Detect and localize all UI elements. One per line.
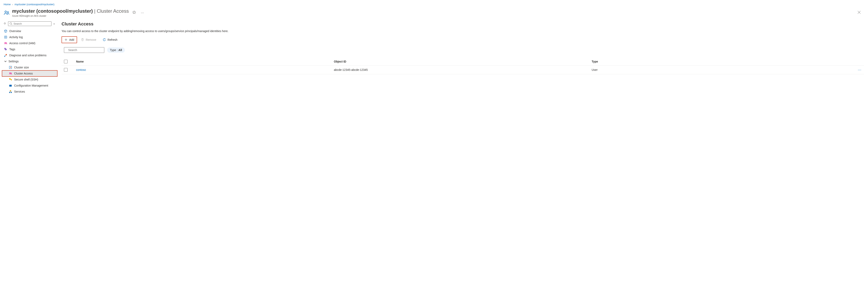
main-description: You can control access to the cluster en… <box>62 29 864 33</box>
chevron-down-icon <box>4 60 7 63</box>
sidebar-item-cluster-size[interactable]: Cluster size <box>2 64 57 70</box>
people-icon <box>9 72 12 75</box>
sidebar-item-diagnose[interactable]: Diagnose and solve problems <box>2 52 57 58</box>
breadcrumb-home[interactable]: Home <box>4 3 11 6</box>
row-actions-button[interactable]: ⋯ <box>849 67 862 72</box>
people-icon <box>4 41 7 45</box>
row-type: User <box>592 68 849 71</box>
svg-point-18 <box>9 72 10 73</box>
sidebar-item-label: Cluster Access <box>14 72 33 75</box>
svg-point-12 <box>5 42 5 43</box>
chevron-right-icon: › <box>12 3 13 6</box>
close-icon <box>858 11 861 14</box>
svg-rect-23 <box>9 92 10 93</box>
row-name-link[interactable]: contoso <box>76 68 334 71</box>
filter-type-label: Type : <box>110 49 118 52</box>
trash-icon <box>81 38 84 41</box>
more-button[interactable]: ⋯ <box>140 10 145 16</box>
sidebar-search-input[interactable] <box>13 22 50 25</box>
ellipsis-icon: ⋯ <box>858 68 862 72</box>
row-object-id: abcde-12345-abcde-12345 <box>334 68 592 71</box>
main-heading: Cluster Access <box>62 21 864 27</box>
refresh-button[interactable]: Refresh <box>100 36 120 43</box>
tag-icon <box>4 48 7 51</box>
main-content: Cluster Access You can control access to… <box>57 21 868 95</box>
collapse-sidebar-button[interactable]: « <box>53 21 56 26</box>
key-icon <box>9 78 12 81</box>
sidebar-item-config-mgmt[interactable]: Configuration Management <box>2 83 57 89</box>
svg-point-13 <box>6 42 7 43</box>
svg-marker-2 <box>133 11 136 14</box>
row-checkbox[interactable] <box>64 68 68 71</box>
sidebar-item-label: Configuration Management <box>14 84 48 87</box>
column-header-type[interactable]: Type <box>592 60 849 63</box>
add-button[interactable]: Add <box>62 36 77 43</box>
table-row: contoso abcde-12345-abcde-12345 User ⋯ <box>62 66 864 74</box>
select-all-checkbox[interactable] <box>64 60 68 63</box>
page-subtitle: Azure HDInsight on AKS cluster <box>12 14 129 17</box>
cube-icon <box>4 29 7 33</box>
sidebar-item-label: Activity log <box>9 35 23 39</box>
svg-rect-8 <box>4 36 7 38</box>
people-icon <box>4 10 10 16</box>
pin-button[interactable] <box>3 21 7 26</box>
column-header-object-id[interactable]: Object ID <box>334 60 592 63</box>
column-header-name[interactable]: Name <box>76 60 334 63</box>
breadcrumb: Home › mycluster (contosopool/mycluster) <box>0 0 868 7</box>
sidebar-item-label: Services <box>14 90 25 93</box>
resize-icon <box>9 66 12 69</box>
sidebar-section-settings[interactable]: Settings <box>2 58 57 64</box>
sidebar-item-label: Access control (IAM) <box>9 41 35 45</box>
add-button-label: Add <box>69 38 74 41</box>
sidebar-item-access-control[interactable]: Access control (IAM) <box>2 40 57 46</box>
refresh-button-label: Refresh <box>107 38 117 41</box>
svg-point-6 <box>10 23 12 24</box>
plus-icon <box>64 38 68 41</box>
sidebar-section-label: Settings <box>8 60 19 63</box>
sidebar-item-services[interactable]: Services <box>2 89 57 95</box>
toolbar: Add Remove Refresh <box>62 36 864 43</box>
filter-search[interactable] <box>64 47 104 53</box>
close-button[interactable] <box>854 9 864 17</box>
sidebar-item-ssh[interactable]: Secure shell (SSH) <box>2 77 57 83</box>
page-title: mycluster (contosopool/mycluster) | Clus… <box>12 8 129 14</box>
access-table: Name Object ID Type contoso abcde-12345-… <box>62 58 864 74</box>
ellipsis-icon: ⋯ <box>141 11 144 14</box>
svg-rect-22 <box>10 90 11 91</box>
sidebar-item-label: Cluster size <box>14 66 29 69</box>
chevron-double-left-icon: « <box>54 22 55 25</box>
tools-icon <box>4 54 7 57</box>
filter-row: Type : All <box>62 47 864 53</box>
svg-line-7 <box>11 24 12 25</box>
sidebar-item-label: Overview <box>9 29 21 33</box>
sidebar-item-label: Diagnose and solve problems <box>9 54 46 57</box>
sidebar: « Overview Activity log Access contr <box>0 21 57 95</box>
table-header-row: Name Object ID Type <box>62 58 864 66</box>
svg-point-19 <box>11 72 12 73</box>
filter-type-value: All <box>118 49 122 52</box>
sidebar-item-activity-log[interactable]: Activity log <box>2 34 57 40</box>
filter-search-input[interactable] <box>68 49 103 52</box>
svg-rect-24 <box>11 92 12 93</box>
remove-button[interactable]: Remove <box>78 36 99 43</box>
svg-point-1 <box>7 12 9 13</box>
sidebar-item-cluster-access[interactable]: Cluster Access <box>2 70 57 77</box>
folder-icon <box>9 84 12 87</box>
search-icon <box>9 22 12 25</box>
svg-rect-5 <box>4 23 6 24</box>
log-icon <box>4 35 7 39</box>
sidebar-item-tags[interactable]: Tags <box>2 46 57 52</box>
sidebar-item-label: Secure shell (SSH) <box>14 78 38 81</box>
svg-point-0 <box>5 11 6 12</box>
remove-button-label: Remove <box>86 38 96 41</box>
favorite-button[interactable] <box>131 9 137 16</box>
breadcrumb-current[interactable]: mycluster (contosopool/mycluster) <box>14 3 54 6</box>
refresh-icon <box>103 38 106 41</box>
hierarchy-icon <box>9 90 12 93</box>
sidebar-search[interactable] <box>8 21 52 26</box>
sidebar-item-label: Tags <box>9 48 15 51</box>
sidebar-item-overview[interactable]: Overview <box>2 28 57 34</box>
star-icon <box>132 10 136 14</box>
svg-point-14 <box>5 49 5 49</box>
filter-type-pill[interactable]: Type : All <box>107 48 125 53</box>
